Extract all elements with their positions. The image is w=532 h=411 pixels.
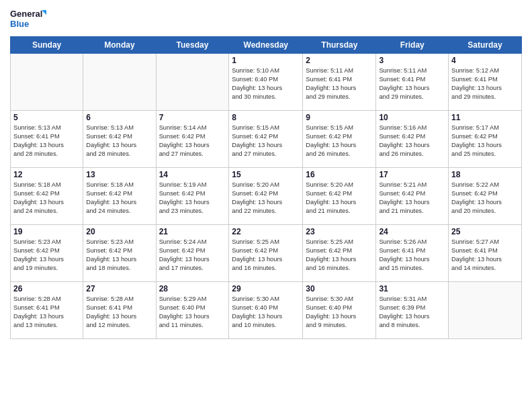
day-info: Sunrise: 5:27 AMSunset: 6:41 PMDaylight:…	[451, 238, 519, 273]
calendar-cell: 25Sunrise: 5:27 AMSunset: 6:41 PMDayligh…	[449, 225, 522, 282]
calendar-cell: 18Sunrise: 5:22 AMSunset: 6:42 PMDayligh…	[449, 168, 522, 225]
calendar-cell: 12Sunrise: 5:18 AMSunset: 6:42 PMDayligh…	[11, 168, 83, 225]
calendar-cell	[156, 54, 229, 111]
calendar-cell: 15Sunrise: 5:20 AMSunset: 6:42 PMDayligh…	[229, 168, 303, 225]
calendar-day-header: Monday	[83, 37, 156, 54]
calendar-cell: 31Sunrise: 5:31 AMSunset: 6:39 PMDayligh…	[376, 282, 449, 339]
calendar-cell: 13Sunrise: 5:18 AMSunset: 6:42 PMDayligh…	[83, 168, 156, 225]
day-info: Sunrise: 5:28 AMSunset: 6:41 PMDaylight:…	[86, 295, 152, 330]
day-info: Sunrise: 5:13 AMSunset: 6:42 PMDaylight:…	[86, 124, 152, 158]
day-info: Sunrise: 5:18 AMSunset: 6:42 PMDaylight:…	[13, 181, 80, 216]
day-number: 13	[86, 170, 152, 179]
svg-text:General: General	[10, 9, 42, 19]
logo-svg: General Blue	[10, 7, 47, 31]
day-info: Sunrise: 5:30 AMSunset: 6:40 PMDaylight:…	[306, 295, 373, 330]
day-number: 15	[232, 170, 300, 179]
calendar-cell: 11Sunrise: 5:17 AMSunset: 6:42 PMDayligh…	[449, 111, 522, 168]
calendar-cell: 2Sunrise: 5:11 AMSunset: 6:41 PMDaylight…	[303, 54, 376, 111]
day-info: Sunrise: 5:15 AMSunset: 6:42 PMDaylight:…	[306, 124, 373, 158]
day-number: 24	[379, 227, 445, 236]
day-info: Sunrise: 5:28 AMSunset: 6:41 PMDaylight:…	[13, 295, 80, 330]
calendar-cell: 23Sunrise: 5:25 AMSunset: 6:42 PMDayligh…	[303, 225, 376, 282]
calendar-day-header: Friday	[376, 37, 449, 54]
day-info: Sunrise: 5:25 AMSunset: 6:42 PMDaylight:…	[306, 238, 373, 273]
calendar-day-header: Saturday	[449, 37, 522, 54]
day-number: 1	[232, 56, 300, 65]
day-number: 7	[159, 113, 226, 122]
day-number: 20	[86, 227, 152, 236]
calendar-cell: 19Sunrise: 5:23 AMSunset: 6:42 PMDayligh…	[11, 225, 83, 282]
day-number: 22	[232, 227, 300, 236]
day-info: Sunrise: 5:26 AMSunset: 6:41 PMDaylight:…	[379, 238, 445, 273]
calendar-cell	[449, 282, 522, 339]
calendar-cell: 20Sunrise: 5:23 AMSunset: 6:42 PMDayligh…	[83, 225, 156, 282]
day-info: Sunrise: 5:20 AMSunset: 6:42 PMDaylight:…	[232, 181, 300, 216]
calendar-cell: 9Sunrise: 5:15 AMSunset: 6:42 PMDaylight…	[303, 111, 376, 168]
day-info: Sunrise: 5:14 AMSunset: 6:42 PMDaylight:…	[159, 124, 226, 158]
day-info: Sunrise: 5:15 AMSunset: 6:42 PMDaylight:…	[232, 124, 300, 158]
day-number: 19	[13, 227, 80, 236]
day-number: 14	[159, 170, 226, 179]
calendar-cell: 30Sunrise: 5:30 AMSunset: 6:40 PMDayligh…	[303, 282, 376, 339]
day-info: Sunrise: 5:23 AMSunset: 6:42 PMDaylight:…	[13, 238, 80, 273]
calendar-cell: 8Sunrise: 5:15 AMSunset: 6:42 PMDaylight…	[229, 111, 303, 168]
day-number: 2	[306, 56, 373, 65]
calendar-cell: 10Sunrise: 5:16 AMSunset: 6:42 PMDayligh…	[376, 111, 449, 168]
day-number: 9	[306, 113, 373, 122]
calendar-week-row: 5Sunrise: 5:13 AMSunset: 6:41 PMDaylight…	[11, 111, 522, 168]
calendar-cell: 6Sunrise: 5:13 AMSunset: 6:42 PMDaylight…	[83, 111, 156, 168]
day-number: 12	[13, 170, 80, 179]
day-info: Sunrise: 5:19 AMSunset: 6:42 PMDaylight:…	[159, 181, 226, 216]
calendar-header-row: SundayMondayTuesdayWednesdayThursdayFrid…	[11, 37, 522, 54]
day-number: 31	[379, 284, 445, 293]
calendar-day-header: Tuesday	[156, 37, 229, 54]
day-info: Sunrise: 5:16 AMSunset: 6:42 PMDaylight:…	[379, 124, 445, 158]
calendar-day-header: Wednesday	[229, 37, 303, 54]
calendar-cell: 17Sunrise: 5:21 AMSunset: 6:42 PMDayligh…	[376, 168, 449, 225]
day-info: Sunrise: 5:25 AMSunset: 6:42 PMDaylight:…	[232, 238, 300, 273]
day-number: 28	[159, 284, 226, 293]
day-number: 18	[451, 170, 519, 179]
calendar-cell: 29Sunrise: 5:30 AMSunset: 6:40 PMDayligh…	[229, 282, 303, 339]
calendar-cell: 5Sunrise: 5:13 AMSunset: 6:41 PMDaylight…	[11, 111, 83, 168]
day-info: Sunrise: 5:13 AMSunset: 6:41 PMDaylight:…	[13, 124, 80, 158]
day-number: 8	[232, 113, 300, 122]
calendar-cell: 24Sunrise: 5:26 AMSunset: 6:41 PMDayligh…	[376, 225, 449, 282]
calendar-cell: 1Sunrise: 5:10 AMSunset: 6:40 PMDaylight…	[229, 54, 303, 111]
day-number: 10	[379, 113, 445, 122]
day-number: 5	[13, 113, 80, 122]
logo: General Blue	[10, 7, 47, 31]
day-info: Sunrise: 5:11 AMSunset: 6:41 PMDaylight:…	[306, 66, 373, 101]
page: General Blue SundayMondayTuesdayWednesda…	[0, 0, 532, 346]
day-number: 27	[86, 284, 152, 293]
calendar-cell: 21Sunrise: 5:24 AMSunset: 6:42 PMDayligh…	[156, 225, 229, 282]
calendar-cell: 7Sunrise: 5:14 AMSunset: 6:42 PMDaylight…	[156, 111, 229, 168]
calendar-cell: 27Sunrise: 5:28 AMSunset: 6:41 PMDayligh…	[83, 282, 156, 339]
calendar-day-header: Thursday	[303, 37, 376, 54]
calendar-week-row: 26Sunrise: 5:28 AMSunset: 6:41 PMDayligh…	[11, 282, 522, 339]
day-number: 4	[451, 56, 519, 65]
day-info: Sunrise: 5:12 AMSunset: 6:41 PMDaylight:…	[451, 66, 519, 101]
day-number: 17	[379, 170, 445, 179]
day-info: Sunrise: 5:24 AMSunset: 6:42 PMDaylight:…	[159, 238, 226, 273]
day-info: Sunrise: 5:20 AMSunset: 6:42 PMDaylight:…	[306, 181, 373, 216]
calendar-week-row: 1Sunrise: 5:10 AMSunset: 6:40 PMDaylight…	[11, 54, 522, 111]
day-number: 26	[13, 284, 80, 293]
day-number: 3	[379, 56, 445, 65]
day-info: Sunrise: 5:17 AMSunset: 6:42 PMDaylight:…	[451, 124, 519, 158]
day-info: Sunrise: 5:11 AMSunset: 6:41 PMDaylight:…	[379, 66, 445, 101]
calendar-cell: 26Sunrise: 5:28 AMSunset: 6:41 PMDayligh…	[11, 282, 83, 339]
calendar-cell: 4Sunrise: 5:12 AMSunset: 6:41 PMDaylight…	[449, 54, 522, 111]
calendar-cell: 16Sunrise: 5:20 AMSunset: 6:42 PMDayligh…	[303, 168, 376, 225]
day-number: 21	[159, 227, 226, 236]
calendar-cell: 14Sunrise: 5:19 AMSunset: 6:42 PMDayligh…	[156, 168, 229, 225]
calendar-week-row: 12Sunrise: 5:18 AMSunset: 6:42 PMDayligh…	[11, 168, 522, 225]
calendar-cell: 22Sunrise: 5:25 AMSunset: 6:42 PMDayligh…	[229, 225, 303, 282]
day-info: Sunrise: 5:18 AMSunset: 6:42 PMDaylight:…	[86, 181, 152, 216]
day-number: 30	[306, 284, 373, 293]
calendar-cell: 3Sunrise: 5:11 AMSunset: 6:41 PMDaylight…	[376, 54, 449, 111]
svg-text:Blue: Blue	[10, 19, 29, 29]
day-info: Sunrise: 5:23 AMSunset: 6:42 PMDaylight:…	[86, 238, 152, 273]
day-number: 6	[86, 113, 152, 122]
day-info: Sunrise: 5:30 AMSunset: 6:40 PMDaylight:…	[232, 295, 300, 330]
